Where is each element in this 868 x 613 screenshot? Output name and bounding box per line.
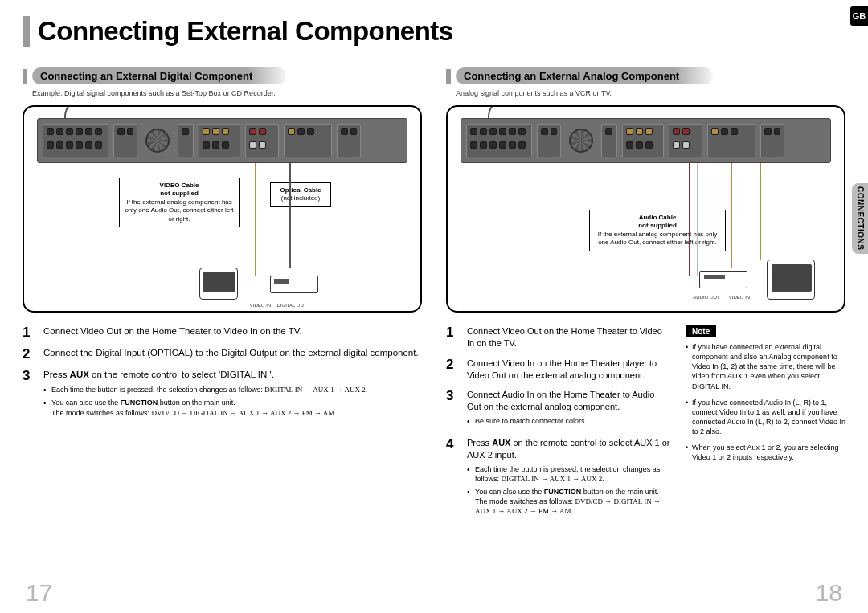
page-number-right: 18 (816, 579, 842, 607)
fan-icon (145, 129, 170, 153)
wire-video-2 (760, 163, 761, 260)
callout-audio-cable: Audio Cable not supplied If the external… (589, 210, 726, 251)
section-accent (446, 69, 451, 84)
callout-optical-cable: Optical Cable (not included) (270, 182, 331, 207)
wire-video (255, 163, 256, 276)
rear-panel-illustration (37, 118, 407, 163)
wire-optical (289, 163, 291, 268)
title-accent (23, 16, 30, 47)
section-tab-connections: CONNECTIONS (852, 183, 868, 254)
vcr-icon (699, 271, 747, 288)
section-accent (23, 69, 27, 84)
tv-icon (767, 260, 815, 300)
settop-box-icon (270, 276, 318, 293)
wire-video-1 (731, 163, 732, 268)
steps-analog: 1Connect Video Out on the Home Theater t… (446, 325, 671, 528)
section-analog: Connecting an External Analog Component … (446, 67, 845, 528)
steps-digital: 1Connect Video Out on the Home Theater t… (23, 325, 422, 421)
label-video-in: VIDEO IN (723, 295, 755, 300)
note-item: When you select Aux 1 or 2, you are sele… (686, 443, 845, 462)
note-box: Note If you have connected an external d… (686, 325, 845, 528)
page-title: Connecting External Components (38, 16, 453, 47)
note-label: Note (686, 325, 716, 337)
section-subcaption: Example: Digital signal components such … (23, 89, 422, 97)
section-subcaption: Analog signal components such as a VCR o… (446, 89, 845, 97)
wire-audio-l (697, 163, 698, 276)
tv-icon (199, 268, 238, 300)
section-heading: Connecting an External Analog Component (456, 67, 713, 84)
language-tab: GB (850, 6, 868, 26)
page-title-bar: Connecting External Components (23, 16, 845, 47)
note-item: If you have connected Audio In (L, R) to… (686, 398, 845, 437)
label-audio-out: AUDIO OUT (686, 295, 727, 300)
section-heading: Connecting an External Digital Component (32, 67, 286, 84)
rear-panel-illustration (461, 118, 831, 163)
fan-icon (569, 129, 593, 153)
section-digital: Connecting an External Digital Component… (23, 67, 422, 528)
diagram-digital: VIDEO Cable not supplied If the external… (23, 105, 422, 313)
page-number-left: 17 (26, 579, 52, 607)
callout-video-cable: VIDEO Cable not supplied If the external… (119, 178, 240, 227)
diagram-analog: Audio Cable not supplied If the external… (446, 105, 845, 313)
label-digital-out: DIGITAL OUT (272, 303, 312, 308)
wire-audio-r (689, 163, 690, 276)
note-item: If you have connected an external digita… (686, 342, 845, 391)
